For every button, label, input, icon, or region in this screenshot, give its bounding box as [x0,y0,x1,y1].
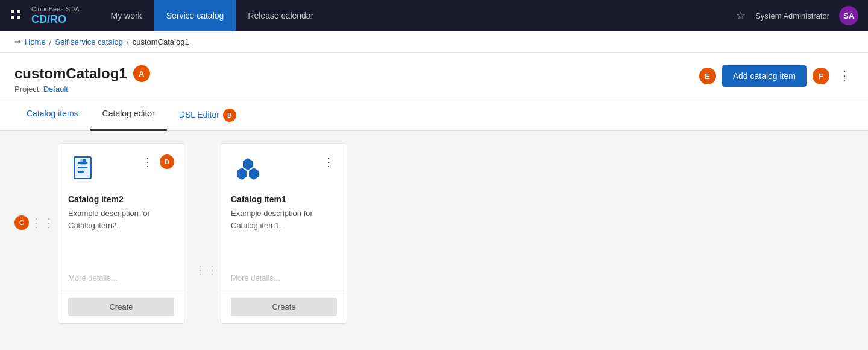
nav-links: My work Service catalog Release calendar [99,0,737,31]
breadcrumb-sep2: / [127,37,129,46]
drag-dots-left[interactable]: ⋮⋮ [29,215,55,230]
add-catalog-item-button[interactable]: Add catalog item [722,65,807,87]
nav-link-mywork[interactable]: My work [99,0,154,31]
more-options-button[interactable]: ⋮ [835,66,854,86]
top-nav: CloudBees SDA CD/RO My work Service cata… [0,0,868,31]
breadcrumb-arrow: ⇒ [14,37,21,46]
svg-rect-0 [11,10,14,13]
svg-marker-11 [237,168,247,180]
svg-rect-9 [83,159,86,163]
tab-dsl-editor[interactable]: DSL EditorB [167,101,248,131]
page-header-right: E Add catalog item F ⋮ [699,65,854,99]
svg-marker-12 [249,168,259,180]
badge-d: D [160,154,174,169]
badge-c: C [14,215,29,230]
card1-more-details[interactable]: More details... [221,273,347,290]
catalog-card-item2: ⋮ D Catalog item2 Example description fo… [58,143,184,324]
svg-rect-7 [78,171,84,173]
drag-handle-c-area: C ⋮⋮ [14,143,58,230]
avatar[interactable]: SA [839,6,858,25]
breadcrumb-catalog[interactable]: Self service catalog [55,37,123,46]
nav-link-service-catalog[interactable]: Service catalog [154,0,236,31]
nav-brand-sub: CD/RO [31,13,80,27]
nav-right: ☆ System Administrator SA [736,6,858,25]
card2-more-details[interactable]: More details... [58,273,184,290]
star-icon[interactable]: ☆ [736,9,746,22]
badge-a: A [133,65,150,82]
nav-brand-title: CloudBees SDA [31,5,80,13]
svg-rect-6 [78,167,87,168]
badge-b: B [223,109,236,122]
card1-create-button[interactable]: Create [231,298,337,316]
badge-e: E [699,68,716,84]
svg-rect-1 [17,10,20,13]
document-icon [68,153,102,187]
svg-rect-2 [11,16,14,19]
page-header-left: customCatalog1 A Project: Default [14,65,150,101]
catalog-cards: ⋮ D Catalog item2 Example description fo… [58,143,357,324]
card2-footer: Create [58,290,184,323]
page-header: customCatalog1 A Project: Default E Add … [0,53,868,101]
page-title: customCatalog1 [14,65,127,82]
catalog-card-item1: ⋮ Catalog item1 Example description for … [221,143,347,324]
page-title-row: customCatalog1 A [14,65,150,82]
drag-dots-between[interactable]: ⋮⋮ [194,262,218,277]
svg-marker-10 [243,158,253,170]
nav-link-release-calendar[interactable]: Release calendar [236,0,326,31]
card1-description: Example description for Catalog item1. [221,208,347,273]
drag-handle-between-cards: ⋮⋮ [194,143,221,324]
breadcrumb-current: customCatalog1 [133,37,189,46]
card2-description: Example description for Catalog item2. [58,208,184,273]
card2-create-button[interactable]: Create [68,298,174,316]
tab-dsl-editor-label: DSL Editor [179,110,219,119]
breadcrumb: ⇒ Home / Self service catalog / customCa… [0,31,868,53]
card1-title: Catalog item1 [221,192,347,208]
card2-header: ⋮ D [58,144,184,192]
card1-header: ⋮ [221,144,347,192]
nav-user-label: System Administrator [755,11,829,21]
tab-catalog-items[interactable]: Catalog items [14,101,90,131]
tabs-row: Catalog items Catalog editor DSL EditorB [0,101,868,131]
project-label: Project: [14,84,41,94]
nav-brand: CloudBees SDA CD/RO [31,5,80,27]
breadcrumb-sep1: / [49,37,52,46]
tab-catalog-editor[interactable]: Catalog editor [90,101,167,131]
svg-rect-3 [17,16,20,19]
card2-menu-button[interactable]: ⋮ [139,153,156,170]
card1-footer: Create [221,290,347,323]
card2-title: Catalog item2 [58,192,184,208]
project-link[interactable]: Default [43,84,68,94]
badge-f: F [813,68,829,84]
content-area: C ⋮⋮ ⋮ D [0,131,868,348]
breadcrumb-home[interactable]: Home [25,37,46,46]
page-project: Project: Default [14,84,150,101]
grid-icon[interactable] [10,8,22,23]
hexagon-icon [231,153,265,187]
card1-menu-button[interactable]: ⋮ [320,153,337,170]
